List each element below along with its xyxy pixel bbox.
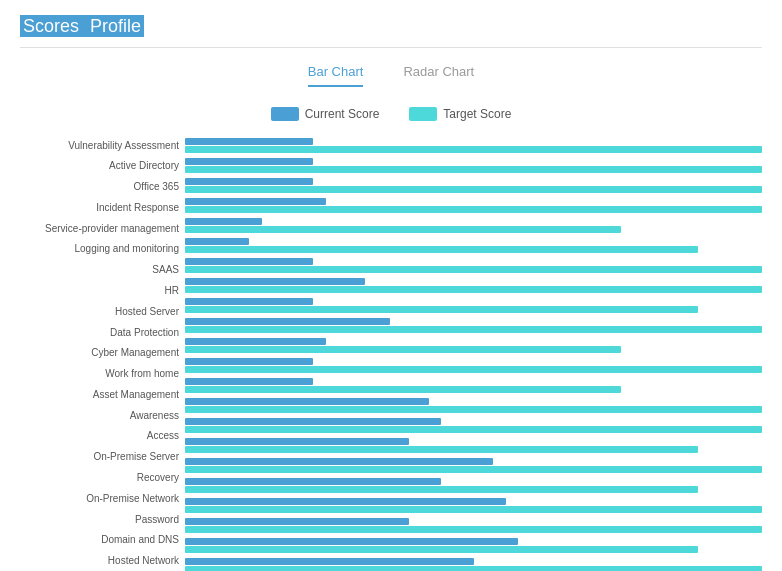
legend-target: Target Score: [409, 107, 511, 121]
y-label: On-Premise Server: [93, 447, 179, 467]
bar-current: [185, 198, 326, 205]
bar-current: [185, 318, 390, 325]
legend-current-box: [271, 107, 299, 121]
bar-current: [185, 158, 313, 165]
bar-target: [185, 446, 698, 453]
bar-current: [185, 358, 313, 365]
y-label: Access: [147, 426, 179, 446]
title-rest: Profile: [82, 15, 144, 37]
bar-target: [185, 186, 762, 193]
page-container: Scores Profile Bar Chart Radar Chart Cur…: [0, 0, 782, 571]
bar-current: [185, 498, 506, 505]
y-label: Awareness: [130, 405, 179, 425]
tab-radar-chart[interactable]: Radar Chart: [403, 64, 474, 87]
bar-target: [185, 406, 762, 413]
tab-bar-chart[interactable]: Bar Chart: [308, 64, 364, 87]
bar-current: [185, 538, 518, 545]
bar-target: [185, 546, 698, 553]
legend-current-label: Current Score: [305, 107, 380, 121]
bar-target: [185, 206, 762, 213]
bar-target: [185, 466, 762, 473]
bar-row: [185, 235, 762, 255]
bar-row: [185, 495, 762, 515]
bar-row: [185, 135, 762, 155]
bar-row: [185, 415, 762, 435]
bar-row: [185, 195, 762, 215]
bar-current: [185, 378, 313, 385]
y-axis-labels: Vulnerability AssessmentActive Directory…: [30, 135, 185, 571]
bar-target: [185, 166, 762, 173]
bar-row: [185, 295, 762, 315]
bar-current: [185, 438, 409, 445]
bar-row: [185, 535, 762, 555]
legend-current: Current Score: [271, 107, 380, 121]
legend-target-label: Target Score: [443, 107, 511, 121]
bar-current: [185, 338, 326, 345]
bar-current: [185, 298, 313, 305]
bar-target: [185, 526, 762, 533]
bar-row: [185, 375, 762, 395]
bar-target: [185, 486, 698, 493]
legend-target-box: [409, 107, 437, 121]
bar-current: [185, 478, 441, 485]
bar-target: [185, 246, 698, 253]
bar-target: [185, 506, 762, 513]
bar-current: [185, 218, 262, 225]
y-label: SAAS: [152, 260, 179, 280]
bar-row: [185, 315, 762, 335]
y-label: Data Protection: [110, 322, 179, 342]
bar-current: [185, 238, 249, 245]
title-highlight: Scores: [20, 15, 82, 37]
bar-row: [185, 275, 762, 295]
y-label: Active Directory: [109, 156, 179, 176]
page-title: Scores Profile: [20, 16, 762, 48]
bar-current: [185, 518, 409, 525]
bar-row: [185, 155, 762, 175]
bar-row: [185, 175, 762, 195]
bar-row: [185, 455, 762, 475]
bar-target: [185, 366, 762, 373]
bar-target: [185, 306, 698, 313]
bar-target: [185, 226, 621, 233]
y-label: Asset Management: [93, 384, 179, 404]
bars-section: 0123456789: [185, 135, 762, 571]
bar-current: [185, 458, 493, 465]
y-label: Service-provider management: [45, 218, 179, 238]
bar-current: [185, 418, 441, 425]
y-label: Vulnerability Assessment: [68, 135, 179, 155]
bar-target: [185, 346, 621, 353]
bar-row: [185, 395, 762, 415]
bar-current: [185, 138, 313, 145]
bar-target: [185, 266, 762, 273]
y-label: Cyber Management: [91, 343, 179, 363]
chart-legend: Current Score Target Score: [20, 107, 762, 121]
bar-current: [185, 178, 313, 185]
bar-target: [185, 386, 621, 393]
bar-target: [185, 426, 762, 433]
y-label: Domain and DNS: [101, 530, 179, 550]
bar-row: [185, 435, 762, 455]
y-label: Hosted Server: [115, 301, 179, 321]
y-label: Office 365: [134, 177, 179, 197]
bar-target: [185, 566, 762, 572]
y-label: Work from home: [105, 364, 179, 384]
y-label: Logging and monitoring: [74, 239, 179, 259]
y-label: On-Premise Network: [86, 488, 179, 508]
y-label: Incident Response: [96, 197, 179, 217]
bar-target: [185, 286, 762, 293]
bar-target: [185, 326, 762, 333]
bar-current: [185, 278, 365, 285]
bar-row: [185, 355, 762, 375]
bar-row: [185, 555, 762, 571]
bar-current: [185, 558, 474, 565]
bar-row: [185, 255, 762, 275]
y-label: Hosted Network: [108, 551, 179, 571]
bar-row: [185, 215, 762, 235]
bar-current: [185, 398, 429, 405]
y-label: Recovery: [137, 468, 179, 488]
y-label: HR: [165, 280, 179, 300]
bar-row: [185, 475, 762, 495]
bar-row: [185, 515, 762, 535]
y-label: Password: [135, 509, 179, 529]
chart-tabs: Bar Chart Radar Chart: [20, 64, 762, 87]
